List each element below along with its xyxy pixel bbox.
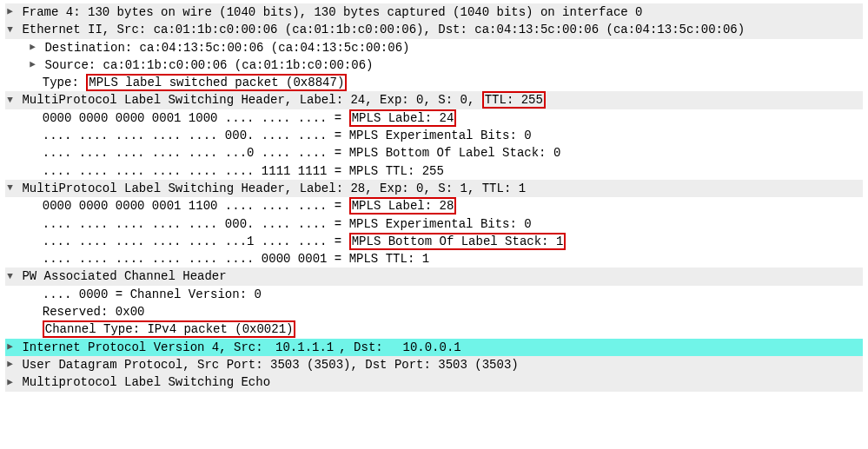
- ipv4-src-value: 10.1.1.1: [270, 339, 339, 356]
- mpls2-label-row[interactable]: 0000 0000 0000 0001 1100 .... .... .... …: [5, 197, 863, 215]
- mpls2-bos-value: MPLS Bottom Of Label Stack: 1: [349, 233, 567, 250]
- mpls1-bos-row[interactable]: .... .... .... .... .... ...0 .... .... …: [5, 144, 863, 162]
- mpls1-ttl-highlight: TTL: 255: [482, 91, 546, 109]
- mpls2-summary-row[interactable]: ▼ MultiProtocol Label Switching Header, …: [5, 180, 863, 197]
- pwach-chantype-value: Channel Type: IPv4 packet (0x0021): [43, 320, 296, 338]
- chevron-down-icon: ▼: [5, 94, 15, 108]
- chevron-down-icon: ▼: [5, 270, 15, 284]
- ethernet-src-text: Source: ca:01:1b:c0:00:06 (ca:01:1b:c0:0…: [44, 58, 373, 72]
- mpls1-label-value: MPLS Label: 24: [349, 109, 457, 127]
- chevron-right-icon: ▶: [5, 5, 15, 19]
- ethernet-src-row[interactable]: ▶ Source: ca:01:1b:c0:00:06 (ca:01:1b:c0…: [5, 56, 863, 74]
- udp-summary-text: User Datagram Protocol, Src Port: 3503 (…: [22, 358, 518, 372]
- chevron-down-icon: ▼: [5, 23, 15, 37]
- chevron-right-icon: ▶: [28, 58, 37, 72]
- ethernet-summary-text: Ethernet II, Src: ca:01:1b:c0:00:06 (ca:…: [22, 23, 745, 36]
- mpls1-bos-text: .... .... .... .... .... ...0 .... .... …: [43, 146, 561, 160]
- ipv4-summary-row[interactable]: ▶ Internet Protocol Version 4, Src: 10.1…: [5, 339, 863, 356]
- ethernet-type-row[interactable]: Type: MPLS label switched packet (0x8847…: [5, 74, 863, 91]
- ipv4-mid: , Dst:: [339, 340, 397, 354]
- chevron-right-icon: ▶: [5, 358, 15, 372]
- mpls1-summary-row[interactable]: ▼ MultiProtocol Label Switching Header, …: [5, 91, 863, 109]
- mpls2-exp-row[interactable]: .... .... .... .... .... 000. .... .... …: [5, 215, 863, 233]
- mpls1-exp-text: .... .... .... .... .... 000. .... .... …: [43, 129, 532, 142]
- mpls1-label-row[interactable]: 0000 0000 0000 0001 1000 .... .... .... …: [5, 109, 863, 127]
- ethernet-type-label: Type:: [43, 76, 86, 89]
- mpls2-exp-text: .... .... .... .... .... 000. .... .... …: [43, 217, 532, 231]
- chevron-right-icon: ▶: [5, 340, 15, 354]
- mpls2-ttl-text: .... .... .... .... .... .... 0000 0001 …: [43, 252, 429, 266]
- frame-summary-row[interactable]: ▶ Frame 4: 130 bytes on wire (1040 bits)…: [5, 3, 863, 21]
- chevron-right-icon: ▶: [5, 376, 15, 390]
- pwach-ver-row[interactable]: .... 0000 = Channel Version: 0: [5, 286, 863, 303]
- mpls2-summary-text: MultiProtocol Label Switching Header, La…: [22, 182, 526, 195]
- pwach-chantype-row[interactable]: Channel Type: IPv4 packet (0x0021): [5, 320, 863, 338]
- ipv4-prefix: Internet Protocol Version 4, Src:: [22, 340, 270, 354]
- pwach-reserved-text: Reserved: 0x00: [43, 305, 145, 319]
- mpls1-ttl-text: .... .... .... .... .... .... 1111 1111 …: [43, 164, 444, 178]
- mpls2-bos-bits: .... .... .... .... .... ...1 .... .... …: [43, 234, 349, 248]
- pwach-ver-text: .... 0000 = Channel Version: 0: [43, 287, 262, 301]
- mpls2-ttl-row[interactable]: .... .... .... .... .... .... 0000 0001 …: [5, 250, 863, 267]
- ethernet-dst-row[interactable]: ▶ Destination: ca:04:13:5c:00:06 (ca:04:…: [5, 39, 863, 56]
- mpls2-bos-row[interactable]: .... .... .... .... .... ...1 .... .... …: [5, 233, 863, 250]
- ethernet-summary-row[interactable]: ▼ Ethernet II, Src: ca:01:1b:c0:00:06 (c…: [5, 21, 863, 38]
- frame-summary-text: Frame 4: 130 bytes on wire (1040 bits), …: [22, 5, 642, 19]
- mpls2-label-value: MPLS Label: 28: [349, 197, 457, 215]
- pwach-summary-row[interactable]: ▼ PW Associated Channel Header: [5, 267, 863, 285]
- pwach-reserved-row[interactable]: Reserved: 0x00: [5, 303, 863, 320]
- mpls1-label-bits: 0000 0000 0000 0001 1000 .... .... .... …: [43, 111, 349, 125]
- mpls1-summary-a: MultiProtocol Label Switching Header, La…: [22, 93, 481, 107]
- chevron-right-icon: ▶: [28, 41, 37, 55]
- chevron-down-icon: ▼: [5, 182, 15, 195]
- mpls-echo-summary-text: Multiprotocol Label Switching Echo: [22, 375, 270, 389]
- udp-summary-row[interactable]: ▶ User Datagram Protocol, Src Port: 3503…: [5, 356, 863, 373]
- mpls1-exp-row[interactable]: .... .... .... .... .... 000. .... .... …: [5, 127, 863, 144]
- mpls-echo-summary-row[interactable]: ▶ Multiprotocol Label Switching Echo: [5, 373, 863, 391]
- ethernet-dst-text: Destination: ca:04:13:5c:00:06 (ca:04:13…: [44, 41, 409, 55]
- ipv4-dst-value: 10.0.0.1: [398, 339, 467, 356]
- pwach-summary-text: PW Associated Channel Header: [22, 269, 226, 283]
- ethernet-type-value: MPLS label switched packet (0x8847): [86, 74, 347, 91]
- mpls1-ttl-row[interactable]: .... .... .... .... .... .... 1111 1111 …: [5, 162, 863, 180]
- mpls2-label-bits: 0000 0000 0000 0001 1100 .... .... .... …: [43, 199, 349, 213]
